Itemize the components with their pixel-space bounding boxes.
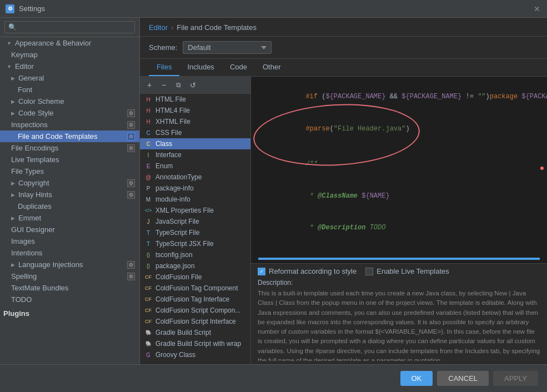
list-item[interactable]: {} tsconfig.json [140, 249, 250, 260]
reformat-checkbox-box[interactable] [258, 268, 265, 275]
list-item[interactable]: CF ColdFusion Script Interface [140, 316, 250, 327]
textmate-bundles-label: TextMate Bundles [11, 284, 68, 292]
editor-scrollbar [258, 258, 539, 260]
sidebar-item-live-templates[interactable]: Live Templates [0, 154, 139, 165]
sidebar-item-appearance[interactable]: Appearance & Behavior [0, 37, 139, 49]
tab-code[interactable]: Code [222, 59, 255, 76]
sidebar-item-general[interactable]: General [0, 72, 139, 84]
groovy-icon: G [144, 351, 152, 359]
file-item-label: Class [155, 140, 172, 148]
description-text: This is a built-in template used each ti… [258, 289, 540, 361]
reformat-checkbox[interactable]: Reformat according to style [258, 267, 357, 275]
sidebar-item-inlay-hints[interactable]: Inlay Hints ⚙ [0, 189, 139, 200]
sidebar-item-textmate-bundles[interactable]: TextMate Bundles [0, 282, 139, 294]
ok-button[interactable]: OK [400, 371, 433, 386]
tab-other[interactable]: Other [255, 59, 289, 76]
remove-button[interactable]: − [158, 79, 170, 91]
list-item-class[interactable]: C Class [140, 138, 250, 149]
file-item-label: TypeScript File [155, 229, 199, 237]
tabs-row: Files Includes Code Other [140, 59, 547, 77]
add-button[interactable]: + [143, 79, 155, 91]
inspections-badge: ⚙ [127, 121, 135, 129]
sidebar-item-intentions[interactable]: Intentions [0, 247, 139, 259]
sidebar-item-font[interactable]: Font [0, 84, 139, 96]
file-item-label: package-info [155, 184, 194, 192]
sidebar-item-file-and-code-templates[interactable]: File and Code Templates ⚙ [0, 130, 139, 142]
sidebar-item-spelling[interactable]: Spelling ⚙ [0, 270, 139, 282]
tsconfig-icon: {} [144, 251, 152, 259]
tab-includes[interactable]: Includes [179, 59, 222, 76]
close-button[interactable]: ✕ [533, 4, 541, 13]
live-templates-checkbox[interactable]: Enable Live Templates [365, 267, 449, 275]
sidebar-item-language-injections[interactable]: Language Injections ⚙ [0, 259, 139, 270]
cancel-button[interactable]: CANCEL [437, 371, 489, 386]
editor-options-row: Reformat according to style Enable Live … [258, 267, 540, 275]
sidebar-item-emmet[interactable]: Emmet [0, 212, 139, 224]
sidebar-item-images[interactable]: Images [0, 235, 139, 247]
list-item[interactable]: H HTML4 File [140, 105, 250, 116]
code-style-label: Code Style [18, 109, 54, 117]
sidebar-item-code-style[interactable]: Code Style ⚙ [0, 107, 139, 119]
spelling-badge: ⚙ [127, 273, 135, 280]
sidebar-item-inspections[interactable]: Inspections ⚙ [0, 119, 139, 130]
code-editor[interactable]: #if (${PACKAGE_NAME} && ${PACKAGE_NAME} … [251, 77, 547, 257]
list-item[interactable]: I Interface [140, 149, 250, 160]
sidebar-item-todo[interactable]: TODO [0, 294, 139, 305]
apply-button[interactable]: APPLY [493, 371, 538, 386]
inlay-hints-label: Inlay Hints [18, 190, 52, 199]
scheme-select[interactable]: Default Project [183, 41, 272, 54]
live-templates-checkbox-box[interactable] [365, 268, 373, 275]
list-item[interactable]: H XHTML File [140, 116, 250, 127]
search-input[interactable] [4, 21, 135, 33]
xhtml-icon: H [144, 118, 152, 125]
sidebar-item-gui-designer[interactable]: GUI Designer [0, 224, 139, 235]
font-label: Font [18, 86, 32, 94]
cf4-icon: CF [144, 306, 152, 314]
list-item[interactable]: </> XML Properties File [140, 205, 250, 216]
file-item-label: Enum [155, 162, 173, 170]
html-icon: H [144, 96, 152, 103]
file-item-label: package.json [155, 262, 195, 270]
copyright-badge: ⚙ [127, 179, 135, 187]
cf3-icon: CF [144, 295, 152, 303]
list-item[interactable]: 🐘 Gradle Build Script with wrap [140, 338, 250, 349]
description-section: Description: This is a built-in template… [258, 279, 540, 361]
content-area: Editor › File and Code Templates Scheme:… [140, 18, 547, 364]
copy-button[interactable]: ⧉ [172, 79, 184, 91]
list-item[interactable]: C CSS File [140, 127, 250, 138]
list-item[interactable]: @ AnnotationType [140, 172, 250, 183]
list-item[interactable]: 🐘 Gradle Build Script [140, 327, 250, 338]
list-item[interactable]: CF ColdFusion Script Compon... [140, 305, 250, 316]
list-item[interactable]: E Enum [140, 160, 250, 172]
sidebar-item-color-scheme[interactable]: Color Scheme [0, 96, 139, 107]
reset-button[interactable]: ↺ [187, 79, 199, 91]
list-item[interactable]: J JavaScript File [140, 216, 250, 227]
list-item[interactable]: T TypeScript File [140, 227, 250, 238]
list-item[interactable]: H HTML File [140, 94, 250, 105]
sidebar-item-file-types[interactable]: File Types [0, 165, 139, 177]
list-item[interactable]: T TypeScript JSX File [140, 238, 250, 249]
color-scheme-label: Color Scheme [18, 97, 64, 105]
sidebar-item-editor[interactable]: Editor [0, 61, 139, 72]
sidebar-item-plugins[interactable]: Plugins [0, 308, 139, 319]
cf-icon: CF [144, 273, 152, 281]
file-item-label: Gradle Build Script with wrap [155, 340, 241, 348]
titlebar-left: ⚙ Settings [6, 4, 45, 13]
list-item[interactable]: CF ColdFusion File [140, 272, 250, 283]
live-templates-label: Live Templates [11, 155, 59, 164]
general-label: General [18, 74, 44, 82]
list-item[interactable]: M module-info [140, 194, 250, 205]
sidebar-item-keymap[interactable]: Keymap [0, 49, 139, 61]
sidebar-item-duplicates[interactable]: Duplicates [0, 200, 139, 212]
list-item[interactable]: P package-info [140, 183, 250, 194]
list-item[interactable]: CF ColdFusion Tag Interface [140, 294, 250, 305]
list-item[interactable]: {} package.json [140, 260, 250, 272]
tab-files[interactable]: Files [149, 59, 179, 76]
sidebar-item-file-encodings[interactable]: File Encodings ⚙ [0, 142, 139, 154]
sidebar-search-area [0, 18, 139, 37]
list-item[interactable]: G Groovy Class [140, 349, 250, 360]
sidebar-item-copyright[interactable]: Copyright ⚙ [0, 177, 139, 189]
list-item[interactable]: CF ColdFusion Tag Component [140, 283, 250, 294]
file-item-label: Gradle Build Script [155, 329, 211, 336]
scheme-label: Scheme: [149, 43, 177, 52]
